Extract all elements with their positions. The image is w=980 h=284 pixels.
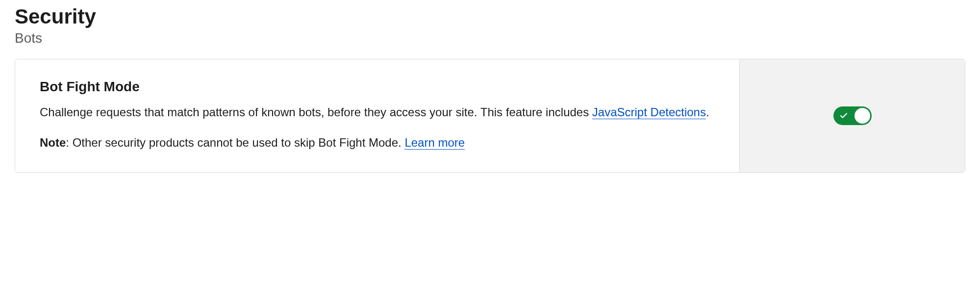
check-icon	[839, 111, 848, 120]
card-toggle-area	[739, 59, 965, 172]
card-description: Challenge requests that match patterns o…	[40, 103, 715, 121]
page-subtitle: Bots	[15, 30, 965, 46]
note-text: : Other security products cannot be used…	[66, 136, 404, 149]
card-note: Note: Other security products cannot be …	[40, 134, 715, 152]
card-desc-text: Challenge requests that match patterns o…	[40, 105, 592, 119]
bot-fight-mode-card: Bot Fight Mode Challenge requests that m…	[15, 59, 965, 173]
toggle-knob	[854, 108, 870, 124]
page-title: Security	[15, 5, 965, 28]
card-desc-text-end: .	[706, 105, 709, 119]
card-title: Bot Fight Mode	[40, 79, 715, 95]
learn-more-link[interactable]: Learn more	[404, 136, 465, 150]
card-content: Bot Fight Mode Challenge requests that m…	[15, 59, 739, 172]
bot-fight-mode-toggle[interactable]	[833, 106, 872, 125]
javascript-detections-link[interactable]: JavaScript Detections	[592, 105, 706, 119]
note-label: Note	[40, 136, 66, 149]
